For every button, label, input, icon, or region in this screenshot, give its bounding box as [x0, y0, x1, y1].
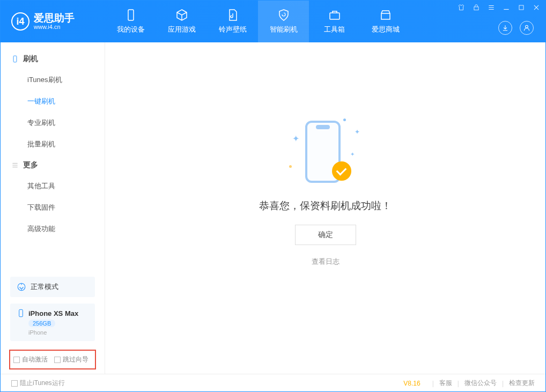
- toolbox-icon: [328, 9, 341, 21]
- maximize-icon[interactable]: [518, 4, 525, 11]
- nav-tab-label: 工具箱: [324, 25, 345, 34]
- nav-tab-ringtones-wallpapers[interactable]: 铃声壁纸: [207, 1, 258, 42]
- nav-tab-label: 我的设备: [117, 25, 145, 34]
- mode-label: 正常模式: [31, 282, 58, 292]
- shirt-icon[interactable]: [458, 4, 465, 11]
- footer-right: V8.16 | 客服 | 微信公众号 | 检查更新: [403, 379, 535, 388]
- device-name-row: iPhone XS Max: [17, 309, 88, 317]
- sidebar-item-pro-flash[interactable]: 专业刷机: [1, 112, 105, 134]
- footer-link-service[interactable]: 客服: [439, 379, 452, 388]
- cube-icon: [175, 9, 188, 21]
- lock-icon[interactable]: [473, 4, 480, 11]
- footer: 阻止iTunes运行 V8.16 | 客服 | 微信公众号 | 检查更新: [1, 374, 545, 392]
- checkbox-skip-guide[interactable]: 跳过向导: [54, 355, 88, 364]
- logo-subtitle: www.i4.cn: [34, 24, 75, 30]
- svg-rect-5: [13, 56, 17, 62]
- checkbox-label: 跳过向导: [63, 355, 88, 364]
- minimize-icon[interactable]: [503, 4, 510, 11]
- device-type: iPhone: [28, 329, 88, 336]
- checkbox-label: 自动激活: [22, 355, 48, 364]
- sidebar-section-title: 刷机: [23, 54, 38, 64]
- svg-rect-1: [330, 13, 340, 19]
- checkbox-icon: [54, 357, 61, 363]
- header-right-icons: [498, 21, 534, 35]
- sparkle-icon: ✦: [350, 151, 355, 157]
- nav-tab-label: 应用游戏: [168, 25, 196, 34]
- music-file-icon: [226, 9, 239, 21]
- logo-text: 爱思助手 www.i4.cn: [34, 13, 75, 31]
- device-box[interactable]: iPhone XS Max 256GB iPhone: [10, 304, 95, 341]
- sidebar-item-download-firmware[interactable]: 下载固件: [1, 197, 105, 218]
- nav-tab-smart-flash[interactable]: 智能刷机: [258, 1, 309, 42]
- svg-rect-3: [519, 5, 523, 10]
- menu-icon[interactable]: [488, 4, 495, 11]
- success-message: 恭喜您，保资料刷机成功啦！: [259, 199, 392, 213]
- user-icon[interactable]: [520, 21, 534, 35]
- download-icon[interactable]: [498, 21, 512, 35]
- dot-icon: [343, 119, 346, 121]
- sparkle-icon: ✦: [355, 128, 360, 136]
- shield-refresh-icon: [277, 9, 290, 21]
- device-icon: [124, 9, 137, 21]
- sidebar-item-advanced[interactable]: 高级功能: [1, 218, 105, 240]
- body-area: 刷机 iTunes刷机 一键刷机 专业刷机 批量刷机 更多 其他工具 下载固件 …: [1, 42, 545, 374]
- nav-tab-label: 铃声壁纸: [219, 25, 247, 34]
- nav-tab-label: 智能刷机: [270, 25, 298, 34]
- store-icon: [379, 9, 392, 21]
- footer-link-update[interactable]: 检查更新: [509, 379, 535, 388]
- checkbox-icon: [11, 380, 18, 387]
- sidebar-section-title: 更多: [23, 160, 38, 170]
- mode-box[interactable]: 正常模式: [10, 277, 95, 297]
- check-badge-icon: [332, 161, 351, 181]
- device-name: iPhone XS Max: [28, 309, 78, 317]
- nav-tab-my-device[interactable]: 我的设备: [105, 1, 156, 42]
- logo-icon: i4: [11, 12, 29, 31]
- checkbox-auto-activate[interactable]: 自动激活: [13, 355, 48, 364]
- highlighted-options-row: 自动激活 跳过向导: [9, 350, 96, 369]
- sparkle-icon: ✦: [292, 134, 299, 144]
- nav-tab-label: 爱思商城: [372, 25, 400, 34]
- device-phone-icon: [17, 309, 25, 317]
- nav-tab-toolbox[interactable]: 工具箱: [309, 1, 360, 42]
- svg-rect-7: [19, 309, 23, 316]
- confirm-button[interactable]: 确定: [295, 225, 356, 245]
- nav-tab-apps-games[interactable]: 应用游戏: [156, 1, 207, 42]
- checkbox-label: 阻止iTunes运行: [20, 379, 65, 388]
- logo-area: i4 爱思助手 www.i4.cn: [1, 12, 105, 31]
- version-label: V8.16: [403, 380, 420, 387]
- svg-rect-2: [474, 7, 478, 10]
- dot-icon: [289, 165, 292, 168]
- phone-icon: [11, 55, 19, 63]
- sidebar-item-other-tools[interactable]: 其他工具: [1, 175, 105, 197]
- list-icon: [11, 161, 19, 169]
- main-content: ✦ ✦ ✦ 恭喜您，保资料刷机成功啦！ 确定 查看日志: [105, 42, 545, 374]
- nav-tabs: 我的设备 应用游戏 铃声壁纸 智能刷机 工具箱 爱思商城: [105, 1, 411, 42]
- sidebar-section-more: 更多: [1, 155, 105, 175]
- checkbox-block-itunes[interactable]: 阻止iTunes运行: [11, 379, 65, 388]
- mode-icon: [17, 282, 26, 292]
- checkbox-icon: [13, 357, 20, 363]
- sidebar-item-batch-flash[interactable]: 批量刷机: [1, 134, 105, 155]
- window-controls: [458, 4, 540, 11]
- app-header: i4 爱思助手 www.i4.cn 我的设备 应用游戏 铃声壁纸 智能刷机 工具…: [1, 1, 545, 42]
- logo-title: 爱思助手: [34, 13, 75, 24]
- sidebar: 刷机 iTunes刷机 一键刷机 专业刷机 批量刷机 更多 其他工具 下载固件 …: [1, 42, 105, 374]
- svg-point-4: [526, 25, 528, 28]
- success-illustration: ✦ ✦ ✦: [288, 117, 363, 187]
- sidebar-section-flash: 刷机: [1, 49, 105, 69]
- sidebar-item-itunes-flash[interactable]: iTunes刷机: [1, 69, 105, 91]
- device-storage-badge: 256GB: [28, 320, 55, 327]
- sidebar-item-one-click-flash[interactable]: 一键刷机: [1, 91, 105, 112]
- svg-rect-0: [128, 10, 134, 20]
- footer-link-wechat[interactable]: 微信公众号: [464, 379, 497, 388]
- view-log-link[interactable]: 查看日志: [312, 257, 340, 267]
- close-icon[interactable]: [533, 4, 540, 11]
- nav-tab-store[interactable]: 爱思商城: [360, 1, 411, 42]
